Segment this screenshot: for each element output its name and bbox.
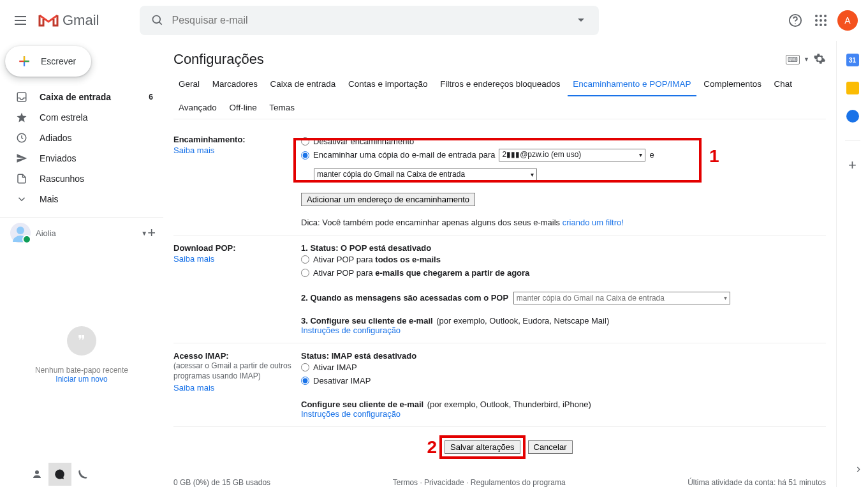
pop-enable-new-radio[interactable] [301,269,309,277]
tab-caixa-de-entrada[interactable]: Caixa de entrada [265,73,341,95]
imap-disable-row[interactable]: Desativar IMAP [301,374,826,387]
gmail-m-icon [38,13,59,28]
forwarding-email-select[interactable]: 2▮▮▮@pzw.io (em uso) [499,149,645,161]
sidebar-item-label: Caixa de entrada [40,92,149,102]
sidebar-item-starred[interactable]: Com estrela [0,107,163,128]
collapse-side-panel-button[interactable]: › [857,462,860,476]
forwarding-enable-radio[interactable] [301,151,309,160]
header-actions: A [783,8,858,33]
forwarding-learn-more-link[interactable]: Saiba mais [173,146,301,155]
pop-enable-all-bold: todos os e-mails [375,255,441,264]
sidebar-item-label: Adiados [40,133,153,143]
calendar-addon-icon[interactable]: 31 [846,54,859,66]
sidebar-item-inbox[interactable]: Caixa de entrada 6 [0,87,163,107]
hangouts-tabs [0,461,163,487]
google-apps-button[interactable] [808,8,834,33]
tab-chat[interactable]: Chat [769,73,798,95]
imap-disable-label: Desativar IMAP [313,374,371,387]
sidebar-item-sent[interactable]: Enviados [0,148,163,169]
tasks-addon-icon[interactable] [846,110,859,123]
drafts-icon [15,172,28,185]
sidebar-item-drafts[interactable]: Rascunhos [0,169,163,189]
keep-addon-icon[interactable] [846,82,859,94]
imap-subtitle: (acessar o Gmail a partir de outros prog… [173,361,301,382]
apps-grid-icon [815,15,827,26]
pop-enable-new-row[interactable]: Ativar POP para e-mails que chegarem a p… [301,266,826,280]
pop-instructions-link[interactable]: Instruções de configuração [301,326,401,335]
main-content: Configurações ⌨ ▼ Geral Marcadores Caixa… [163,41,836,487]
tab-complementos[interactable]: Complementos [698,73,767,95]
main-menu-button[interactable] [5,5,36,36]
sidebar-item-label: Rascunhos [40,174,153,184]
starred-icon [15,111,28,124]
settings-tabs: Geral Marcadores Caixa de entrada Contas… [173,73,826,119]
pop-learn-more-link[interactable]: Saiba mais [173,254,301,264]
pop-enable-all-radio[interactable] [301,255,309,264]
pop-enable-new-bold: e-mails que chegarem a partir de agora [375,268,529,278]
storage-text: 0 GB (0%) de 15 GB usados [173,478,270,487]
compose-button[interactable]: Escrever [5,46,91,77]
sidebar: Escrever Caixa de entrada 6 Com estrela … [0,41,163,487]
search-input[interactable] [170,14,568,27]
tab-geral[interactable]: Geral [173,73,205,95]
cancel-button[interactable]: Cancelar [528,440,573,454]
pop-when-label: 2. Quando as mensagens são acessadas com… [301,293,508,303]
pop-enable-all-row[interactable]: Ativar POP para todos os e-mails [301,253,826,266]
add-forwarding-address-button[interactable]: Adicionar um endereço de encaminhamento [301,193,475,206]
tab-encaminhamento-e-pop-imap[interactable]: Encaminhamento e POP/IMAP [568,73,696,96]
hangouts-contacts-tab[interactable] [26,463,48,486]
sidebar-item-snoozed[interactable]: Adiados [0,128,163,148]
privacy-link[interactable]: Privacidade [424,478,464,487]
terms-link[interactable]: Termos [393,478,418,487]
hangouts-avatar [10,223,31,243]
hangouts-empty-text: Nenhum bate-papo recente [35,366,128,375]
gmail-logo[interactable]: Gmail [38,12,99,29]
imap-instructions-link[interactable]: Instruções de configuração [301,409,401,419]
svg-point-3 [795,23,795,24]
create-filter-link[interactable]: criando um filtro! [563,218,624,227]
rules-link[interactable]: Regulamentos do programa [471,478,566,487]
imap-heading: Acesso IMAP: [173,351,229,361]
get-addons-button[interactable]: + [846,159,859,172]
imap-enable-radio[interactable] [301,363,309,371]
search-options-button[interactable] [568,8,594,33]
svg-point-7 [35,470,39,474]
save-button[interactable]: Salvar alterações [445,440,520,454]
gmail-wordmark: Gmail [63,12,99,29]
tab-marcadores[interactable]: Marcadores [207,73,263,95]
keyboard-icon[interactable]: ⌨ [786,55,800,64]
hangouts-empty: ❞ Nenhum bate-papo recente Iniciar um no… [0,248,163,461]
tab-contas-e-importa-o[interactable]: Contas e importação [343,73,433,95]
pop-status: 1. Status: O POP está desativado [301,243,826,253]
imap-learn-more-link[interactable]: Saiba mais [173,383,301,393]
tab-off-line[interactable]: Off-line [224,96,261,119]
pop-enable-all-prefix: Ativar POP para [313,255,375,264]
sidebar-item-count: 6 [149,93,153,101]
hangouts-phone-tab[interactable] [71,463,94,486]
hangouts-user-row[interactable]: Aiolia ▼ + [0,217,163,248]
chevron-down-icon[interactable]: ▼ [804,56,809,63]
search-box[interactable] [140,6,599,35]
imap-disable-radio[interactable] [301,377,309,385]
imap-configure-example: (por exemplo, Outlook, Thunderbird, iPho… [427,400,591,409]
forwarding-section: Encaminhamento: Saiba mais Desativar enc… [173,127,826,235]
forwarding-keep-select[interactable]: manter cópia do Gmail na Caixa de entrad… [314,169,537,181]
activity-text: Última atividade da conta: há 51 minutos [688,478,826,487]
imap-enable-row[interactable]: Ativar IMAP [301,361,826,374]
tab-temas[interactable]: Temas [264,96,300,119]
pop-when-select[interactable]: manter cópia do Gmail na Caixa de entrad… [513,292,730,304]
search-icon[interactable] [145,8,170,33]
tab-filtros-e-endere-os-bloqueados[interactable]: Filtros e endereços bloqueados [435,73,565,95]
svg-line-1 [159,22,162,24]
account-avatar[interactable]: A [837,10,858,31]
forwarding-disable-row[interactable]: Desativar encaminhamento [301,135,826,148]
forwarding-enable-row[interactable]: Encaminhar uma cópia do e-mail de entrad… [301,148,826,181]
help-button[interactable] [783,8,808,33]
forwarding-disable-radio[interactable] [301,137,309,146]
tab-avan-ado[interactable]: Avançado [173,96,222,119]
hangouts-start-new-link[interactable]: Iniciar um novo [55,375,107,384]
gear-icon[interactable] [813,52,826,67]
sidebar-item-more[interactable]: Mais [0,189,163,209]
hangouts-new-chat-button[interactable]: + [147,225,156,241]
hangouts-chats-tab[interactable] [48,463,71,486]
